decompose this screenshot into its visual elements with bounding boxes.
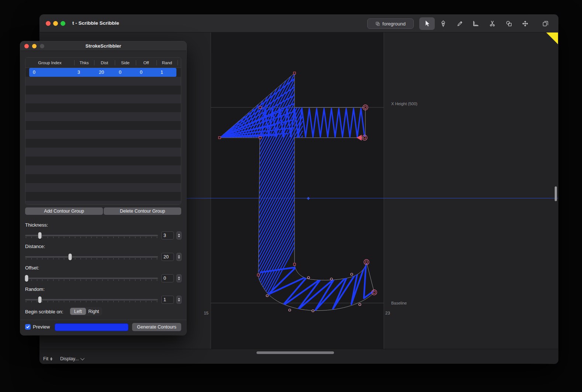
col-side: Side (115, 58, 136, 68)
cell-thks: 3 (78, 70, 80, 75)
cell-off: 0 (140, 70, 142, 75)
cell-side: 0 (119, 70, 121, 75)
col-group-index: Group Index (25, 58, 74, 68)
cell-group-index: 0 (33, 70, 35, 75)
control-point[interactable] (364, 106, 366, 109)
distance-label: Distance: (25, 244, 45, 249)
x-height-label: X Height (500) (391, 102, 417, 106)
panel-title: StrokeScribbler (20, 43, 186, 49)
shapes-icon (505, 20, 513, 28)
move-tool[interactable] (419, 17, 435, 30)
thickness-slider[interactable] (25, 231, 158, 240)
smooth-point[interactable] (289, 309, 291, 311)
smooth-point[interactable] (266, 295, 268, 297)
em-column (211, 32, 384, 349)
horizontal-scrollbar[interactable] (256, 351, 334, 354)
offset-slider[interactable] (25, 274, 158, 282)
window-title: t - Scribble Scribble (72, 20, 119, 26)
foreground-layer-button[interactable]: foreground (367, 18, 414, 29)
zoom-button[interactable] (61, 21, 65, 26)
smooth-point[interactable] (351, 273, 353, 275)
minimize-button[interactable] (53, 21, 58, 26)
close-button[interactable] (46, 21, 51, 26)
control-point[interactable] (257, 274, 259, 276)
generate-contours-button[interactable]: Generate Contours (132, 323, 181, 331)
table-rows[interactable]: 0 3 20 0 0 1 (25, 68, 181, 204)
add-contour-group-button[interactable]: Add Contour Group (25, 207, 103, 215)
delete-contour-group-button[interactable]: Delete Contour Group (104, 207, 181, 215)
knife-tool[interactable] (485, 17, 500, 30)
preview-color-well[interactable] (55, 323, 128, 331)
smooth-point[interactable] (359, 303, 361, 306)
zoom-fit-popup[interactable]: Fit (43, 356, 52, 361)
control-point[interactable] (293, 72, 296, 74)
offset-label: Offset: (25, 265, 39, 271)
pencil-icon (456, 20, 464, 28)
transform-tool[interactable] (517, 17, 533, 30)
table-row[interactable]: 0 3 20 0 0 1 (25, 68, 181, 77)
control-point[interactable] (364, 137, 366, 139)
copy-tool[interactable] (538, 17, 553, 30)
preview-checkbox[interactable] (25, 324, 31, 330)
preview-label: Preview (33, 324, 50, 330)
foreground-label: foreground (382, 21, 406, 27)
measure-tool[interactable] (468, 17, 483, 30)
thickness-slider-thumb[interactable] (38, 232, 41, 239)
baseline-label: Baseline (391, 301, 407, 305)
right-sidebearing-value: 23 (385, 311, 390, 315)
thickness-label: Thickness: (25, 222, 48, 228)
display-popup[interactable]: Display... (60, 356, 83, 361)
random-stepper[interactable] (176, 296, 182, 304)
random-slider[interactable] (25, 296, 158, 304)
strokescribbler-panel: StrokeScribbler Group Index Thks Dist Si… (20, 41, 186, 335)
right-margin (384, 32, 558, 349)
cursor-icon (423, 20, 431, 28)
control-point[interactable] (218, 137, 221, 139)
control-point[interactable] (293, 263, 296, 265)
segment-left[interactable]: Left (70, 308, 86, 315)
left-sidebearing-value: 15 (204, 311, 209, 315)
offset-value-field[interactable]: 0 (161, 274, 174, 282)
control-point[interactable] (365, 261, 368, 263)
pencil-tool[interactable] (452, 17, 468, 30)
segment-right[interactable]: Right (86, 308, 102, 315)
transform-arrows-icon (521, 20, 529, 28)
smooth-point[interactable] (307, 276, 310, 279)
thickness-value-field[interactable]: 3 (161, 231, 174, 240)
cell-dist: 20 (99, 70, 104, 75)
col-thks: Thks (74, 58, 94, 68)
begin-scribble-segmented-control: Left Right (69, 307, 102, 316)
panel-titlebar: StrokeScribbler (20, 41, 186, 51)
control-point[interactable] (373, 291, 375, 293)
pen-nib-icon (439, 20, 447, 28)
distance-slider[interactable] (25, 253, 158, 261)
check-icon (26, 325, 30, 329)
random-slider-thumb[interactable] (38, 296, 41, 303)
popup-arrows-icon (50, 357, 52, 361)
col-off: Off (136, 58, 156, 68)
window-bottom-bar: Fit Display... (40, 349, 558, 364)
distance-slider-thumb[interactable] (69, 254, 72, 260)
display-label: Display... (60, 356, 79, 361)
copy-layers-icon (541, 20, 550, 28)
offset-stepper[interactable] (176, 274, 182, 282)
cell-rand: 1 (161, 70, 163, 75)
offset-slider-thumb[interactable] (25, 275, 28, 282)
control-point[interactable] (259, 137, 261, 139)
control-point[interactable] (259, 106, 261, 109)
shapes-tool[interactable] (501, 17, 517, 30)
distance-value-field[interactable]: 20 (161, 253, 174, 261)
col-dist: Dist (94, 58, 115, 68)
vertical-scrollbar[interactable] (555, 186, 557, 201)
smooth-point[interactable] (330, 278, 333, 280)
random-label: Random: (25, 286, 45, 292)
contour-group-table[interactable]: Group Index Thks Dist Side Off Rand 0 3 … (25, 57, 181, 205)
smooth-point[interactable] (312, 310, 314, 312)
distance-stepper[interactable] (176, 253, 182, 261)
random-value-field[interactable]: 1 (161, 296, 174, 304)
pen-tool[interactable] (435, 17, 451, 30)
ruler-corner-icon (472, 20, 480, 28)
scissors-icon (488, 20, 496, 28)
thickness-stepper[interactable] (176, 231, 182, 240)
col-rand: Rand (156, 58, 178, 68)
